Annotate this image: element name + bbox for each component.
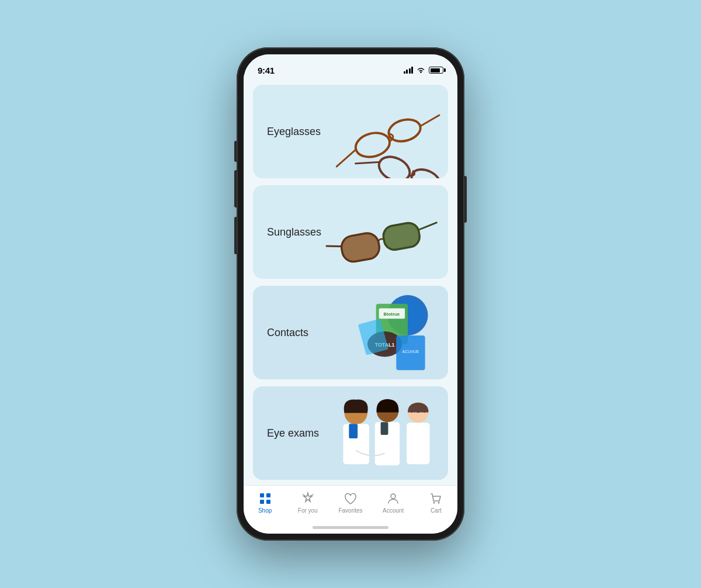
svg-point-1: [353, 129, 392, 160]
nav-item-favorites[interactable]: Favorites: [333, 492, 368, 514]
nav-item-shop[interactable]: Shop: [248, 492, 283, 514]
svg-point-0: [420, 72, 421, 73]
volume-button: [234, 217, 237, 254]
eyeglasses-label: Eyeglasses: [267, 126, 321, 138]
signal-icon: [404, 67, 414, 74]
sunglasses-image: [321, 185, 448, 279]
main-content[interactable]: Eyeglasses: [244, 80, 457, 485]
battery-icon: [429, 67, 443, 74]
svg-point-45: [391, 494, 395, 499]
eye-exams-card[interactable]: Eye exams: [253, 386, 448, 480]
favorites-icon: [343, 492, 358, 506]
sunglasses-card[interactable]: Sunglasses: [253, 185, 448, 279]
sunglasses-label: Sunglasses: [267, 226, 321, 238]
svg-point-47: [438, 502, 440, 504]
wifi-icon: [417, 67, 425, 74]
svg-rect-42: [266, 493, 270, 497]
nav-label-favorites: Favorites: [338, 507, 362, 514]
svg-line-13: [327, 244, 341, 249]
svg-rect-41: [260, 493, 264, 497]
contacts-label: Contacts: [267, 327, 308, 339]
status-time: 9:41: [258, 65, 275, 75]
svg-text:ACUVUE: ACUVUE: [402, 350, 419, 354]
svg-rect-44: [266, 500, 270, 504]
eye-exams-label: Eye exams: [267, 427, 319, 440]
nav-label-account: Account: [383, 507, 404, 514]
eyeglasses-image: [321, 85, 448, 178]
eye-exams-image: [321, 386, 448, 480]
cart-icon: [429, 492, 443, 506]
svg-rect-28: [349, 424, 358, 438]
for-you-icon: [301, 492, 315, 506]
svg-line-14: [418, 223, 437, 230]
status-bar: 9:41: [244, 54, 457, 80]
svg-line-4: [419, 115, 441, 126]
nav-label-cart: Cart: [431, 507, 442, 514]
home-indicator: [313, 526, 388, 529]
shop-icon: [258, 492, 272, 506]
svg-rect-31: [381, 422, 388, 435]
contacts-image: Biotrue TOTAL1 ACUVUE: [321, 286, 448, 379]
svg-text:Biotrue: Biotrue: [384, 312, 400, 317]
nav-item-account[interactable]: Account: [376, 492, 411, 514]
eyeglasses-card[interactable]: Eyeglasses: [253, 85, 448, 178]
phone-screen: 9:41: [244, 54, 457, 534]
status-icons: [404, 67, 444, 74]
account-icon: [386, 492, 400, 506]
nav-label-shop: Shop: [258, 507, 272, 514]
svg-point-46: [433, 502, 435, 504]
svg-point-5: [375, 152, 414, 178]
nav-label-for-you: For you: [298, 507, 318, 514]
phone-frame: 9:41: [237, 47, 464, 541]
power-button: [464, 176, 467, 223]
nav-item-for-you[interactable]: For you: [290, 492, 325, 514]
svg-rect-43: [260, 500, 264, 504]
contacts-card[interactable]: Contacts Biotrue TOTAL1: [253, 286, 448, 379]
svg-rect-33: [407, 423, 429, 464]
nav-item-cart[interactable]: Cart: [418, 492, 453, 514]
